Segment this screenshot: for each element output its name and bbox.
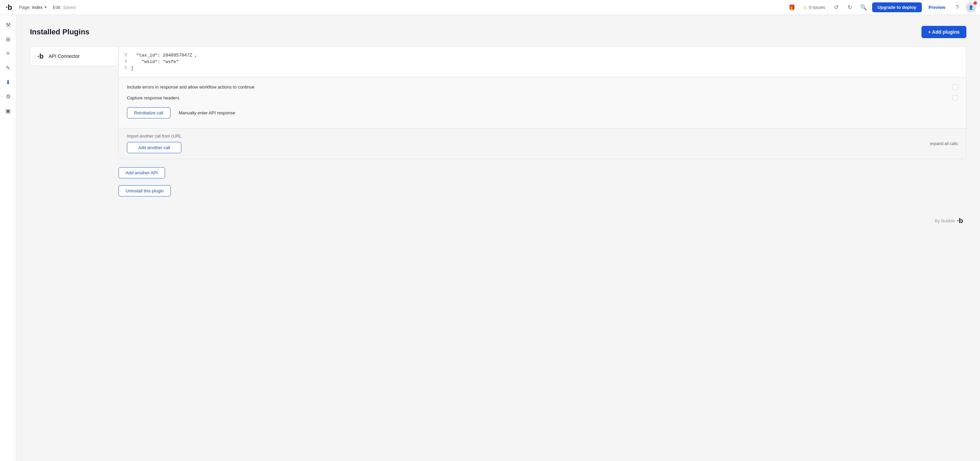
topbar-logo: ·b <box>4 3 14 12</box>
sidebar-item-edit[interactable]: ⚒ <box>2 18 14 31</box>
uninstall-plugin-button[interactable]: Uninstall this plugin <box>118 185 171 196</box>
line-text-5: } <box>131 65 966 72</box>
topbar-page-selector[interactable]: Page: index ▼ <box>16 5 47 10</box>
api-connector-icon: ·b <box>36 51 45 61</box>
code-line-5: 5 } <box>119 65 966 72</box>
code-panel: 3 "tax_id": 2040957047Z , 4 "wsid": "wsf… <box>119 47 966 77</box>
code-line-4: 4 "wsid": "wsfe" <box>119 59 966 65</box>
line-text-3: "tax_id": 2040957047Z , <box>131 52 966 59</box>
code-line-3: 3 "tax_id": 2040957047Z , <box>119 52 966 59</box>
upgrade-button[interactable]: Upgrade to deploy <box>872 2 922 12</box>
sidebar-item-plugins[interactable]: ⬇ <box>2 76 14 89</box>
help-button[interactable]: ? <box>952 2 962 13</box>
preview-button[interactable]: Preview <box>925 2 949 12</box>
import-label: Import another call from cURL <box>127 134 181 139</box>
page-name: index <box>32 5 43 10</box>
settings-panel: Include errors in response and allow wor… <box>119 77 966 128</box>
bubble-logo-icon: ·b <box>5 3 12 12</box>
line-number-4: 4 <box>119 59 131 64</box>
plugins-icon: ⬇ <box>6 79 10 85</box>
ui-icon: ⊞ <box>6 36 10 43</box>
footer-bubble-logo: ·b <box>957 217 963 225</box>
line-text-4: "wsid": "wsfe" <box>131 59 966 65</box>
left-sidebar: ⚒ ⊞ ≡ ✎ ⬇ ⚙ ▣ <box>0 15 16 461</box>
sidebar-item-data[interactable]: ≡ <box>2 47 14 60</box>
api-connector-main: 3 "tax_id": 2040957047Z , 4 "wsid": "wsf… <box>118 46 966 225</box>
plugin-sidebar: ·b API Connector <box>30 46 118 225</box>
main-content: Installed Plugins + Add plugins ·b API C… <box>16 15 980 461</box>
add-another-api-button[interactable]: Add another API <box>118 167 165 179</box>
bubble-plugin-logo: ·b <box>37 53 43 60</box>
capture-headers-row: Capture response headers <box>127 95 958 100</box>
search-button[interactable]: 🔍 <box>859 2 869 13</box>
footer-by-text: By Bubble <box>935 218 955 223</box>
expand-all-calls[interactable]: expand all calls <box>930 141 958 146</box>
api-connector-plugin-item[interactable]: ·b API Connector <box>30 46 118 66</box>
api-card: 3 "tax_id": 2040957047Z , 4 "wsid": "wsf… <box>118 46 966 159</box>
reinitialize-call-button[interactable]: Reinitialize call <box>127 107 170 118</box>
uninstall-row: Uninstall this plugin <box>118 185 966 196</box>
topbar-actions: 🎁 ⚠ 0 issues ↺ ↻ 🔍 Upgrade to deploy Pre… <box>787 2 976 13</box>
include-errors-row: Include errors in response and allow wor… <box>127 84 958 89</box>
edit-icon: ⚒ <box>6 22 11 28</box>
footer: By Bubble ·b <box>118 217 966 225</box>
page-label: Page: <box>19 5 30 10</box>
import-left: Import another call from cURL Add anothe… <box>127 134 181 153</box>
plugin-layout: ·b API Connector 3 "tax_id": 2040957047Z… <box>30 46 966 225</box>
include-errors-checkbox[interactable] <box>953 84 958 89</box>
sidebar-item-settings[interactable]: ⚙ <box>2 90 14 103</box>
issues-button[interactable]: ⚠ 0 issues <box>800 3 828 11</box>
capture-headers-label: Capture response headers <box>127 95 179 100</box>
sidebar-item-styles[interactable]: ✎ <box>2 61 14 74</box>
redo-button[interactable]: ↻ <box>845 2 855 13</box>
bottom-actions: Add another API Uninstall this plugin <box>118 167 966 196</box>
data-icon: ≡ <box>6 50 10 56</box>
action-row: Reinitialize call Manually enter API res… <box>127 107 958 118</box>
sidebar-item-logs[interactable]: ▣ <box>2 104 14 117</box>
manually-enter-link[interactable]: Manually enter API response <box>179 110 235 115</box>
page-header: Installed Plugins + Add plugins <box>30 26 966 38</box>
warning-icon: ⚠ <box>803 5 808 10</box>
styles-icon: ✎ <box>6 65 10 71</box>
code-content: 3 "tax_id": 2040957047Z , 4 "wsid": "wsf… <box>119 49 966 74</box>
undo-button[interactable]: ↺ <box>831 2 842 13</box>
saved-status: Saved <box>63 5 76 10</box>
edit-label: Edit <box>53 5 60 10</box>
capture-headers-checkbox[interactable] <box>953 95 958 100</box>
include-errors-label: Include errors in response and allow wor… <box>127 85 255 89</box>
issues-count: 0 issues <box>809 5 825 10</box>
add-another-call-button[interactable]: Add another call <box>127 142 181 153</box>
plugin-name: API Connector <box>49 53 80 59</box>
line-number-3: 3 <box>119 52 131 57</box>
page-dropdown-icon[interactable]: ▼ <box>44 5 47 9</box>
line-number-5: 5 <box>119 65 131 70</box>
notification-badge <box>974 2 977 5</box>
add-api-row: Add another API <box>118 167 966 179</box>
logs-icon: ▣ <box>5 108 11 114</box>
settings-icon: ⚙ <box>6 93 11 100</box>
gift-icon-button[interactable]: 🎁 <box>787 2 797 13</box>
sidebar-item-ui[interactable]: ⊞ <box>2 33 14 46</box>
avatar-container: 👤 <box>966 2 976 13</box>
import-section: Import another call from cURL Add anothe… <box>119 128 966 159</box>
topbar: ·b Page: index ▼ Edit Saved 🎁 ⚠ 0 issues… <box>0 0 980 15</box>
page-title: Installed Plugins <box>30 27 89 37</box>
add-plugins-button[interactable]: + Add plugins <box>921 26 966 38</box>
